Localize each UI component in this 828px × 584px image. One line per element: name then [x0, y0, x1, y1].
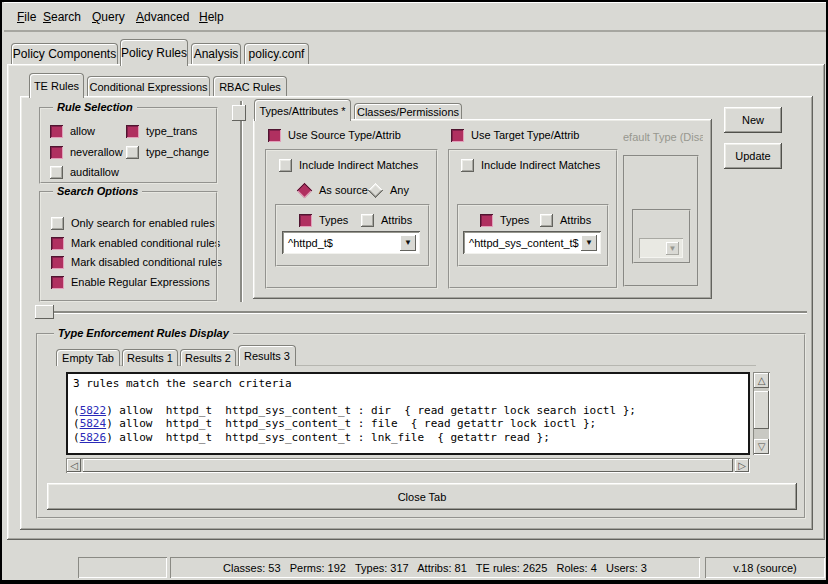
checkbox-indicator — [361, 214, 374, 227]
dropdown-arrow-icon[interactable]: ▼ — [400, 235, 416, 251]
menu-advanced[interactable]: Advanced — [136, 10, 189, 24]
rule-selection-title: Rule Selection — [53, 101, 137, 113]
tab-results-2[interactable]: Results 2 — [180, 349, 236, 366]
status-stats: Classes: 53 Perms: 192 Types: 317 Attrib… — [170, 557, 700, 578]
rule-selection-frame: Rule Selection — [39, 107, 218, 184]
checkbox-source-types[interactable]: Types — [299, 213, 348, 227]
horizontal-sash-handle[interactable] — [35, 305, 54, 319]
tab-types-attributes[interactable]: Types/Attributes * — [254, 99, 351, 121]
radio-label: Any — [390, 184, 409, 196]
tab-policy-conf[interactable]: policy.conf — [244, 43, 309, 64]
results-summary: 3 rules match the search criteria — [73, 377, 743, 390]
tab-analysis[interactable]: Analysis — [191, 43, 241, 64]
status-empty-box — [78, 557, 167, 578]
radio-indicator — [368, 182, 384, 198]
radio-indicator — [297, 182, 313, 198]
update-button[interactable]: Update — [724, 143, 782, 169]
checkbox-target-attribs[interactable]: Attribs — [540, 213, 591, 227]
combobox-value: ^httpd_t$ — [282, 237, 400, 249]
blank-line — [73, 390, 743, 403]
tab-results-1[interactable]: Results 1 — [122, 349, 178, 366]
combobox-value: ^httpd_sys_content_t$ — [463, 237, 581, 249]
apol-window: File Search Query Advanced Help Policy C… — [0, 0, 828, 584]
vertical-scrollbar[interactable]: △ ▽ — [753, 372, 770, 455]
checkbox-label: Types — [319, 214, 348, 226]
horizontal-scrollbar[interactable]: ◁ ▷ — [66, 458, 750, 473]
te-rule-row: (5822) allow httpd_t httpd_sys_content_t… — [73, 404, 743, 417]
radio-as-source[interactable]: As source — [297, 183, 368, 197]
tab-results-3[interactable]: Results 3 — [238, 345, 296, 366]
scroll-up-icon[interactable]: △ — [754, 373, 769, 388]
checkbox-indicator — [279, 159, 292, 172]
source-type-combobox[interactable]: ^httpd_t$ ▼ — [282, 231, 420, 254]
tab-empty-tab[interactable]: Empty Tab — [56, 349, 120, 366]
checkbox-indicator — [461, 159, 474, 172]
status-version: v.18 (source) — [705, 557, 825, 578]
checkbox-label: Attribs — [381, 214, 412, 226]
checkbox-source-include-indirect[interactable]: Include Indirect Matches — [279, 158, 418, 172]
checkbox-indicator — [480, 214, 493, 227]
checkbox-target-include-indirect[interactable]: Include Indirect Matches — [461, 158, 600, 172]
scroll-down-icon[interactable]: ▽ — [754, 439, 769, 454]
radio-any[interactable]: Any — [368, 183, 409, 197]
vertical-sash-handle[interactable] — [232, 105, 246, 121]
checkbox-label: Attribs — [560, 214, 591, 226]
te-rules-display-title: Type Enforcement Rules Display — [54, 327, 233, 339]
checkbox-label: Include Indirect Matches — [299, 159, 418, 171]
scroll-left-icon[interactable]: ◁ — [67, 459, 81, 472]
rule-number-link[interactable]: 5824 — [80, 417, 107, 430]
close-tab-button[interactable]: Close Tab — [47, 483, 797, 510]
checkbox-label: Use Source Type/Attrib — [288, 129, 401, 141]
vertical-sash[interactable] — [240, 101, 242, 302]
rule-number-link[interactable]: 5826 — [80, 431, 107, 444]
scroll-right-icon[interactable]: ▷ — [735, 459, 749, 472]
checkbox-source-attribs[interactable]: Attribs — [361, 213, 412, 227]
dropdown-arrow-icon[interactable]: ▼ — [581, 235, 597, 251]
default-type-label: efault Type (Disa — [623, 131, 703, 145]
checkbox-indicator — [299, 214, 312, 227]
tab-conditional-expressions[interactable]: Conditional Expressions — [87, 76, 210, 96]
checkbox-indicator — [540, 214, 553, 227]
tab-policy-components[interactable]: Policy Components — [11, 43, 118, 64]
te-rule-row: (5826) allow httpd_t httpd_sys_content_t… — [73, 431, 743, 444]
tab-rbac-rules[interactable]: RBAC Rules — [213, 76, 287, 96]
search-options-title: Search Options — [53, 185, 142, 197]
horizontal-sash[interactable] — [39, 311, 807, 313]
default-type-combobox: ▼ — [639, 238, 683, 258]
menu-file[interactable]: File — [17, 10, 36, 24]
checkbox-use-source-type[interactable]: Use Source Type/Attrib — [268, 128, 401, 142]
checkbox-target-types[interactable]: Types — [480, 213, 529, 227]
checkbox-indicator — [451, 129, 464, 142]
rule-number-link[interactable]: 5822 — [80, 404, 107, 417]
new-button[interactable]: New — [724, 107, 782, 133]
vertical-scrollbar-thumb[interactable] — [754, 391, 769, 429]
menu-query[interactable]: Query — [92, 10, 125, 24]
te-rule-row: (5824) allow httpd_t httpd_sys_content_t… — [73, 417, 743, 430]
search-options-frame: Search Options — [39, 191, 218, 302]
menu-bar: File Search Query Advanced Help — [4, 2, 828, 32]
menu-search[interactable]: Search — [43, 10, 81, 24]
checkbox-use-target-type[interactable]: Use Target Type/Attrib — [451, 128, 579, 142]
tab-te-rules[interactable]: TE Rules — [29, 73, 84, 98]
checkbox-label: Include Indirect Matches — [481, 159, 600, 171]
results-text-area[interactable]: 3 rules match the search criteria (5822)… — [66, 372, 750, 455]
tab-classes-permissions[interactable]: Classes/Permissions — [354, 103, 462, 119]
checkbox-indicator — [268, 129, 281, 142]
checkbox-label: Types — [500, 214, 529, 226]
dropdown-arrow-icon: ▼ — [666, 242, 679, 255]
radio-label: As source — [319, 184, 368, 196]
tab-policy-rules[interactable]: Policy Rules — [120, 39, 188, 66]
menu-help[interactable]: Help — [199, 10, 224, 24]
horizontal-scrollbar-thumb[interactable] — [83, 459, 733, 472]
checkbox-label: Use Target Type/Attrib — [471, 129, 579, 141]
target-type-combobox[interactable]: ^httpd_sys_content_t$ ▼ — [463, 231, 601, 254]
